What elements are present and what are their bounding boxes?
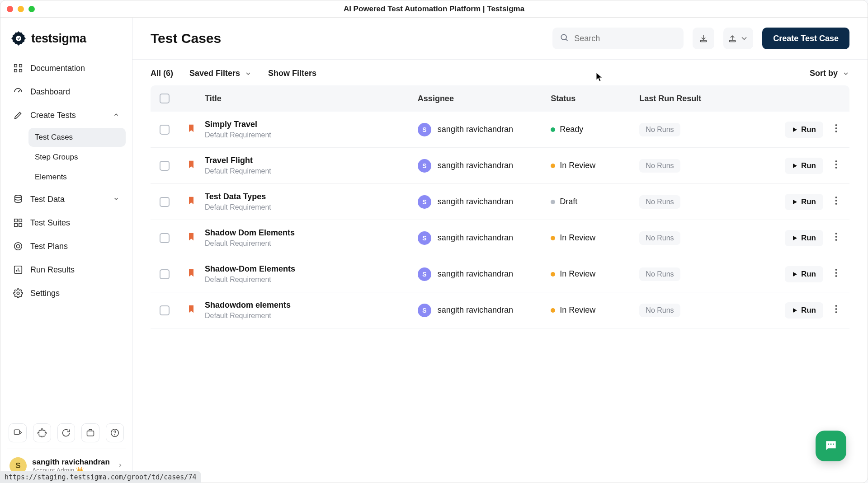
nav-label: Dashboard [30,87,70,97]
brand-name: testsigma [31,32,86,46]
filter-all[interactable]: All (6) [151,69,173,78]
play-icon [792,163,797,169]
sidebar-item-run-results[interactable]: Run Results [7,259,126,281]
assignee-avatar: S [418,123,431,136]
more-menu-button[interactable] [831,305,840,316]
status-dot-icon [551,164,555,168]
table-row[interactable]: Simply Travel Default Requirement S sang… [151,112,849,148]
footer-briefcase-icon[interactable] [81,423,99,442]
run-button[interactable]: Run [785,122,823,138]
table-row[interactable]: Travel Flight Default Requirement S sang… [151,148,849,184]
svg-point-23 [835,131,837,132]
import-button[interactable] [693,28,714,49]
assignee-name: sangith ravichandran [438,305,513,315]
sidebar-item-test-suites[interactable]: Test Suites [7,212,126,234]
table-row[interactable]: Shadow-Dom Elements Default Requirement … [151,256,849,292]
svg-point-24 [835,160,837,162]
footer-help-icon[interactable] [106,423,124,442]
test-case-title: Travel Flight [205,156,418,165]
row-checkbox[interactable] [160,125,170,135]
run-button[interactable]: Run [785,230,823,246]
status-text: In Review [560,161,595,170]
status-badge: In Review [551,269,639,279]
sidebar-item-elements[interactable]: Elements [28,168,126,187]
row-checkbox[interactable] [160,161,170,171]
assignee-avatar: S [418,231,431,245]
sidebar-item-test-cases[interactable]: Test Cases [28,128,126,147]
col-last-run[interactable]: Last Run Result [639,94,764,103]
table-row[interactable]: Test Data Types Default Requirement S sa… [151,184,849,220]
window-minimize-button[interactable] [18,6,24,12]
more-menu-button[interactable] [831,232,840,244]
chevron-down-icon [842,70,849,77]
window-close-button[interactable] [7,6,13,12]
gear-icon [13,288,23,298]
sidebar-item-test-plans[interactable]: Test Plans [7,235,126,257]
window-zoom-button[interactable] [28,6,35,12]
sort-by[interactable]: Sort by [810,69,849,78]
row-checkbox[interactable] [160,233,170,243]
sidebar-item-create-tests[interactable]: Create Tests [7,104,126,126]
bookmark-icon [187,307,196,316]
run-button[interactable]: Run [785,158,823,174]
saved-filters[interactable]: Saved Filters [189,69,252,78]
more-menu-button[interactable] [831,160,840,171]
chat-fab[interactable] [816,431,846,461]
sidebar-item-step-groups[interactable]: Step Groups [28,148,126,167]
sidebar-item-settings[interactable]: Settings [7,282,126,304]
sidebar-item-documentation[interactable]: Documentation [7,57,126,79]
assignee-avatar: S [418,267,431,281]
svg-point-37 [835,308,837,310]
titlebar: AI Powered Test Automation Platform | Te… [0,0,868,18]
sidebar-item-test-data[interactable]: Test Data [7,188,126,210]
svg-point-26 [835,167,837,169]
svg-rect-40 [830,444,832,445]
search-input[interactable] [574,34,679,43]
svg-rect-19 [701,40,707,42]
svg-rect-3 [14,70,17,72]
more-menu-button[interactable] [831,268,840,280]
create-test-case-button[interactable]: Create Test Case [762,28,849,49]
col-assignee[interactable]: Assignee [418,94,551,103]
svg-rect-7 [19,219,22,222]
row-checkbox[interactable] [160,197,170,207]
run-button[interactable]: Run [785,266,823,282]
pencil-icon [13,110,23,120]
run-label: Run [801,197,816,206]
status-dot-icon [551,127,555,132]
last-run-result: No Runs [639,195,680,209]
footer-icon-1[interactable] [9,423,27,442]
col-title[interactable]: Title [205,94,418,103]
table-row[interactable]: Shadowdom elements Default Requirement S… [151,292,849,328]
more-menu-button[interactable] [831,196,840,207]
row-checkbox[interactable] [160,269,170,279]
run-button[interactable]: Run [785,302,823,319]
run-button[interactable]: Run [785,194,823,210]
status-badge: In Review [551,161,639,170]
export-button[interactable] [723,28,753,49]
footer-extension-icon[interactable] [33,423,51,442]
col-status[interactable]: Status [551,94,639,103]
status-dot-icon [551,308,555,313]
bookmark-icon [187,271,196,280]
table-row[interactable]: Shadow Dom Elements Default Requirement … [151,220,849,256]
brand-logo[interactable]: testsigma [7,26,126,57]
status-text: Ready [560,125,583,134]
nav-label: Step Groups [35,153,78,162]
sidebar-item-dashboard[interactable]: Dashboard [7,81,126,103]
svg-rect-9 [19,224,22,226]
svg-point-21 [835,124,837,126]
nav-label: Run Results [30,265,75,275]
row-checkbox[interactable] [160,305,170,315]
run-label: Run [801,306,816,315]
footer-refresh-icon[interactable] [57,423,75,442]
search-box[interactable] [552,28,684,49]
test-case-requirement: Default Requirement [205,239,418,248]
svg-point-18 [561,34,567,40]
select-all-checkbox[interactable] [160,94,170,103]
chevron-down-icon [245,70,252,77]
show-filters[interactable]: Show Filters [268,69,316,78]
more-menu-button[interactable] [831,124,840,135]
svg-rect-2 [19,65,22,67]
assignee-name: sangith ravichandran [438,161,513,170]
